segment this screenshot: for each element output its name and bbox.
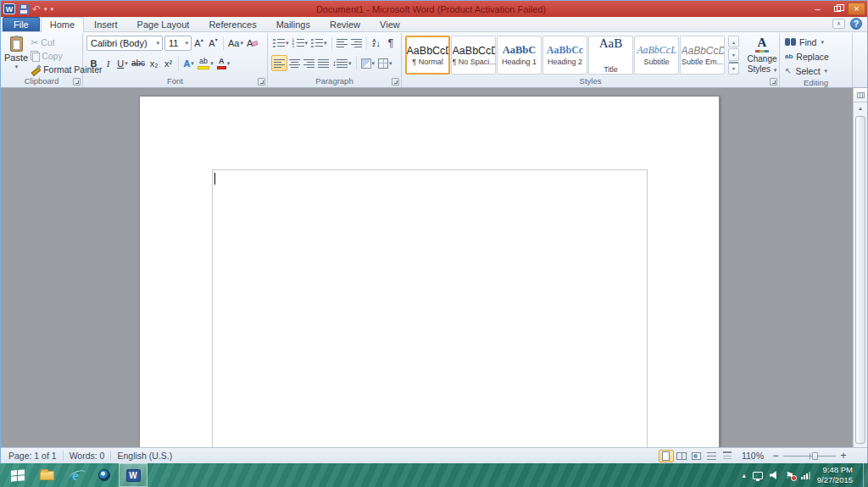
save-icon[interactable]	[19, 4, 29, 14]
internet-explorer-button[interactable]: e	[61, 463, 90, 487]
bullets-button[interactable]: ▾	[271, 36, 291, 52]
align-right-button[interactable]	[302, 55, 316, 71]
ruler-toggle-button[interactable]	[854, 88, 867, 102]
italic-button[interactable]: I	[101, 55, 115, 71]
styles-dialog-launcher[interactable]	[770, 78, 777, 86]
volume-tray-icon[interactable]	[770, 471, 779, 479]
word-taskbar-button[interactable]: W	[119, 463, 147, 487]
draft-view-button[interactable]	[720, 450, 735, 462]
style-subtle-emphasis[interactable]: AaBbCcDc Subtle Em...	[680, 36, 725, 75]
tab-file[interactable]: File	[3, 17, 40, 31]
font-size-combo[interactable]: 11 ▾	[164, 36, 192, 51]
shading-button[interactable]: ▾	[359, 55, 377, 71]
outline-view-button[interactable]	[704, 450, 720, 462]
find-button[interactable]: Find ▾	[783, 35, 849, 49]
vertical-scrollbar[interactable]: ▴	[853, 88, 867, 447]
style-title[interactable]: AaB Title	[588, 36, 633, 75]
fullscreen-reading-view-button[interactable]	[674, 450, 689, 462]
select-button[interactable]: ↖ Select ▾	[783, 64, 849, 78]
replace-button[interactable]: ab Replace	[783, 49, 849, 64]
close-button[interactable]: ×	[848, 3, 865, 15]
zoom-in-button[interactable]: +	[838, 451, 849, 461]
tab-insert[interactable]: Insert	[85, 17, 127, 31]
change-styles-button[interactable]: A Change Styles ▾	[742, 36, 782, 74]
start-button[interactable]	[3, 463, 32, 487]
multilevel-list-button[interactable]: ▾	[309, 36, 329, 52]
paragraph-dialog-launcher[interactable]	[392, 78, 399, 86]
display-tray-icon[interactable]	[753, 472, 763, 479]
word-count[interactable]: Words: 0	[64, 448, 111, 463]
document-page[interactable]	[139, 96, 720, 447]
print-layout-view-button[interactable]	[659, 450, 674, 462]
style-heading-1[interactable]: AaBbC Heading 1	[497, 36, 542, 75]
zoom-level[interactable]: 110%	[737, 451, 768, 461]
minimize-ribbon-icon[interactable]: ∧	[832, 19, 845, 29]
taskbar-clock[interactable]: 9:48 PM 9/27/2015	[817, 465, 856, 485]
tab-mailings[interactable]: Mailings	[267, 17, 320, 31]
paste-dropdown-icon[interactable]: ▾	[15, 64, 19, 70]
zoom-slider[interactable]	[783, 451, 836, 461]
increase-indent-button[interactable]	[349, 36, 364, 52]
font-size-dropdown-icon[interactable]: ▾	[185, 40, 188, 47]
show-paragraph-marks-button[interactable]: ¶	[384, 36, 398, 52]
scroll-up-button[interactable]: ▴	[854, 102, 867, 114]
subscript-button[interactable]: x₂	[147, 55, 161, 71]
zoom-out-button[interactable]: −	[771, 451, 781, 461]
style-subtitle[interactable]: AaBbCcL Subtitle	[634, 36, 679, 75]
tab-home[interactable]: Home	[41, 17, 84, 32]
scrollbar-thumb[interactable]	[855, 116, 865, 444]
undo-icon[interactable]: ↶	[32, 4, 41, 14]
numbering-button[interactable]: ▾	[291, 36, 310, 52]
line-spacing-button[interactable]: ↕▾	[331, 55, 353, 71]
font-name-dropdown-icon[interactable]: ▾	[156, 40, 159, 47]
style-heading-2[interactable]: AaBbCc Heading 2	[542, 36, 587, 75]
file-explorer-button[interactable]	[32, 463, 61, 487]
action-center-flag-icon[interactable]: ⚑	[786, 471, 794, 480]
text-effects-button[interactable]: A▾	[181, 55, 196, 71]
strikethrough-button[interactable]: abc	[130, 55, 147, 71]
borders-button[interactable]: ▾	[376, 55, 394, 71]
styles-gallery-more-button[interactable]: ▾	[728, 62, 739, 75]
media-player-button[interactable]	[90, 463, 119, 487]
show-desktop-button[interactable]	[863, 463, 868, 487]
clear-formatting-button[interactable]: A	[245, 36, 259, 52]
restore-button[interactable]	[828, 3, 846, 15]
web-layout-view-button[interactable]	[689, 450, 704, 462]
shrink-font-button[interactable]: A▾	[206, 36, 220, 52]
cut-icon: ✂	[31, 37, 38, 48]
page-count[interactable]: Page: 1 of 1	[3, 448, 63, 463]
change-case-button[interactable]: Aa▾	[226, 36, 245, 52]
minimize-button[interactable]: –	[809, 3, 826, 15]
font-dialog-launcher[interactable]	[258, 78, 265, 86]
sort-button[interactable]: AZ↓	[370, 36, 384, 52]
language-indicator[interactable]: English (U.S.)	[111, 448, 178, 463]
show-hidden-icons-button[interactable]: ▴	[743, 472, 746, 479]
align-left-button[interactable]	[271, 55, 287, 71]
style-normal[interactable]: AaBbCcDc ¶ Normal	[405, 36, 450, 75]
font-color-button[interactable]: A▾	[215, 55, 232, 71]
highlight-button[interactable]: ab▾	[196, 55, 215, 71]
grow-font-button[interactable]: A▴	[192, 36, 206, 52]
tab-references[interactable]: References	[199, 17, 265, 31]
styles-gallery-down-button[interactable]: ▾	[728, 48, 739, 60]
font-name-combo[interactable]: Calibri (Body) ▾	[86, 36, 163, 51]
paste-button[interactable]: Paste ▾	[4, 35, 28, 76]
bold-button[interactable]: B	[86, 55, 101, 71]
help-icon[interactable]: ?	[850, 18, 862, 30]
undo-dropdown-icon[interactable]: ▾	[44, 6, 47, 13]
clipboard-dialog-launcher[interactable]	[73, 78, 81, 86]
ribbon: Paste ▾ ✂ Cut Copy	[1, 32, 867, 88]
word-app-icon[interactable]: W	[3, 3, 15, 14]
style-no-spacing[interactable]: AaBbCcDc ¶ No Spaci...	[451, 36, 496, 75]
superscript-button[interactable]: x²	[161, 55, 175, 71]
tab-page-layout[interactable]: Page Layout	[128, 17, 199, 31]
decrease-indent-button[interactable]	[335, 36, 349, 52]
styles-gallery-up-button[interactable]: ▴	[728, 36, 739, 47]
justify-button[interactable]	[316, 55, 331, 71]
network-tray-icon[interactable]	[801, 471, 810, 479]
align-center-button[interactable]	[287, 55, 302, 71]
zoom-slider-thumb[interactable]	[812, 452, 818, 460]
tab-review[interactable]: Review	[320, 17, 370, 31]
underline-button[interactable]: U▾	[115, 55, 130, 71]
tab-view[interactable]: View	[370, 17, 409, 31]
